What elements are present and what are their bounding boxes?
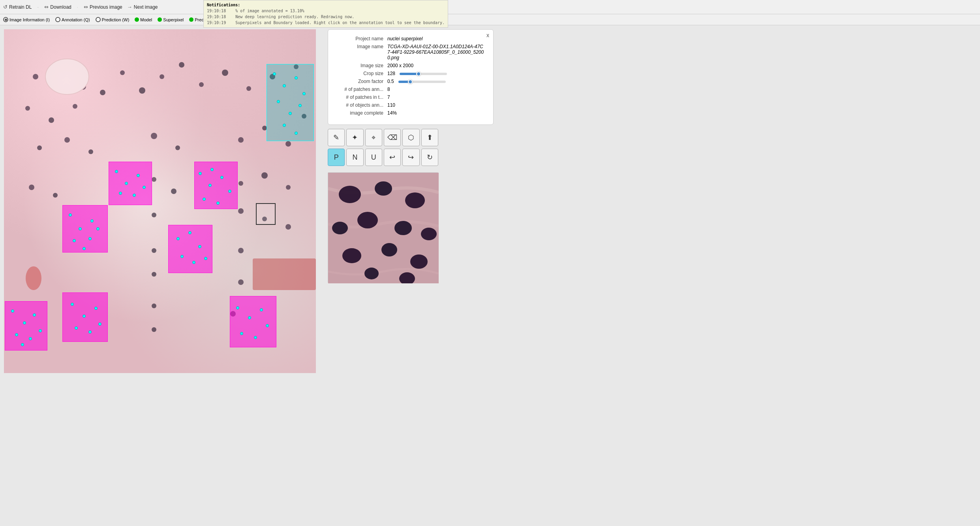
- positive-label-button[interactable]: P: [328, 149, 345, 166]
- cyan-dot: [115, 170, 118, 173]
- eraser-tool-button[interactable]: ⌫: [384, 129, 401, 146]
- superpixel-radio[interactable]: Superpixel: [158, 17, 184, 22]
- image-name-row: Image name TCGA-XD-AAUI-01Z-00-DX1.1A0D1…: [336, 44, 485, 60]
- undo-button[interactable]: ↩: [384, 149, 401, 166]
- project-name-value: nuclei superpixel: [387, 36, 422, 41]
- zoom-slider-thumb: [408, 79, 413, 84]
- zoom-slider[interactable]: [398, 81, 446, 83]
- image-complete-row: image complete 14%: [336, 110, 485, 116]
- refresh-button[interactable]: ↻: [421, 149, 438, 166]
- cyan-dot: [260, 308, 263, 311]
- svg-point-8: [139, 87, 145, 94]
- svg-point-26: [53, 193, 58, 198]
- negative-label-button[interactable]: N: [346, 149, 363, 166]
- project-name-row: Project name nuclei superpixel: [336, 36, 485, 41]
- cyan-dot: [83, 247, 86, 250]
- prev-image-button[interactable]: ⇔ Previous image: [84, 4, 122, 10]
- info-card-close[interactable]: x: [486, 32, 489, 38]
- svg-point-20: [175, 145, 180, 150]
- cyan-dot: [23, 321, 26, 324]
- secondbar: Image Information (I) Annotation (Q) Pre…: [0, 14, 980, 25]
- model-radio[interactable]: Model: [135, 17, 152, 22]
- image-canvas[interactable]: [4, 29, 316, 373]
- crop-size-row: Crop size 128: [336, 71, 485, 76]
- next-image-label: Next image: [134, 4, 158, 10]
- patches-ann-value: 8: [387, 87, 390, 92]
- cyan-dot: [96, 227, 100, 230]
- pencil-tool-button[interactable]: ✎: [328, 129, 345, 146]
- topbar: ↺ Retrain DL - ⇔ Download · ⇔ Previous i…: [0, 0, 980, 14]
- cyan-dot: [295, 132, 298, 135]
- svg-point-57: [364, 268, 379, 279]
- cyan-dot: [21, 343, 24, 346]
- image-size-row: Image size 2000 x 2000: [336, 63, 485, 68]
- svg-point-44: [26, 266, 41, 290]
- image-complete-value: 14%: [387, 110, 397, 116]
- image-complete-label: image complete: [336, 110, 387, 116]
- superpixel-green-dot: [158, 17, 162, 22]
- superpixel-label: Superpixel: [163, 17, 184, 22]
- cyan-dot: [119, 192, 122, 195]
- cyan-dot: [73, 239, 76, 242]
- cyan-dot: [180, 255, 184, 258]
- unlabeled-button[interactable]: U: [365, 149, 382, 166]
- pink-patch-6: [62, 292, 108, 342]
- cyan-dot: [220, 176, 223, 179]
- cyan-dot: [69, 213, 72, 217]
- svg-point-16: [37, 145, 42, 150]
- separator-1: -: [37, 4, 39, 10]
- next-image-button[interactable]: → Next image: [127, 4, 158, 10]
- cyan-dot: [176, 237, 180, 240]
- svg-point-11: [199, 82, 204, 87]
- svg-point-10: [179, 62, 184, 68]
- svg-point-18: [88, 149, 93, 154]
- svg-point-47: [339, 186, 361, 203]
- svg-point-42: [152, 327, 156, 332]
- cyan-dot: [203, 198, 206, 201]
- lasso-tool-button[interactable]: ⌖: [365, 129, 382, 146]
- svg-point-23: [285, 141, 291, 147]
- cyan-dot: [88, 237, 92, 240]
- annotation-radio[interactable]: Annotation (Q): [55, 17, 90, 22]
- image-info-radio-icon: [3, 17, 8, 22]
- cyan-dot: [277, 100, 280, 103]
- svg-point-35: [285, 224, 291, 230]
- patches-ann-row: # of patches ann... 8: [336, 87, 485, 92]
- model-label: Model: [140, 17, 152, 22]
- retrain-button[interactable]: ↺ Retrain DL: [3, 4, 32, 10]
- image-name-label: Image name: [336, 44, 387, 49]
- crop-size-label: Crop size: [336, 71, 387, 76]
- svg-point-48: [375, 181, 392, 196]
- cyan-dot: [11, 309, 14, 313]
- svg-point-27: [152, 177, 156, 182]
- crop-size-value: 128: [387, 71, 447, 76]
- svg-point-3: [25, 106, 30, 111]
- redo-button[interactable]: ↪: [402, 149, 419, 166]
- main-area: x Project name nuclei superpixel Image n…: [0, 25, 980, 526]
- selection-box: [256, 203, 276, 225]
- download-button[interactable]: ⇔ Download: [44, 4, 71, 10]
- svg-point-31: [286, 185, 291, 190]
- tool-row-2: P N U ↩ ↪ ↻: [328, 149, 438, 166]
- svg-point-17: [64, 137, 70, 143]
- info-card: x Project name nuclei superpixel Image n…: [328, 29, 494, 125]
- bucket-tool-button[interactable]: ⬡: [402, 129, 419, 146]
- magic-wand-tool-button[interactable]: ✦: [346, 129, 363, 146]
- svg-point-37: [238, 248, 244, 253]
- prediction-radio[interactable]: Prediction (W): [96, 17, 130, 22]
- image-info-radio[interactable]: Image Information (I): [3, 17, 50, 22]
- cyan-dot: [210, 168, 214, 171]
- patches-t-value: 7: [387, 94, 390, 100]
- crop-slider[interactable]: [400, 73, 447, 75]
- preview-image: [328, 172, 438, 283]
- svg-point-13: [246, 86, 251, 91]
- model-green-dot: [135, 17, 139, 22]
- cyan-dot: [204, 257, 207, 260]
- objects-ann-value: 110: [387, 102, 395, 108]
- tool-row-1: ✎ ✦ ⌖ ⌫ ⬡ ⬆: [328, 129, 438, 146]
- prediction2-green-dot: [189, 17, 193, 22]
- upload-tool-button[interactable]: ⬆: [421, 129, 438, 146]
- svg-point-51: [357, 212, 378, 228]
- cyan-dot: [295, 76, 298, 79]
- cyan-dot: [228, 190, 231, 193]
